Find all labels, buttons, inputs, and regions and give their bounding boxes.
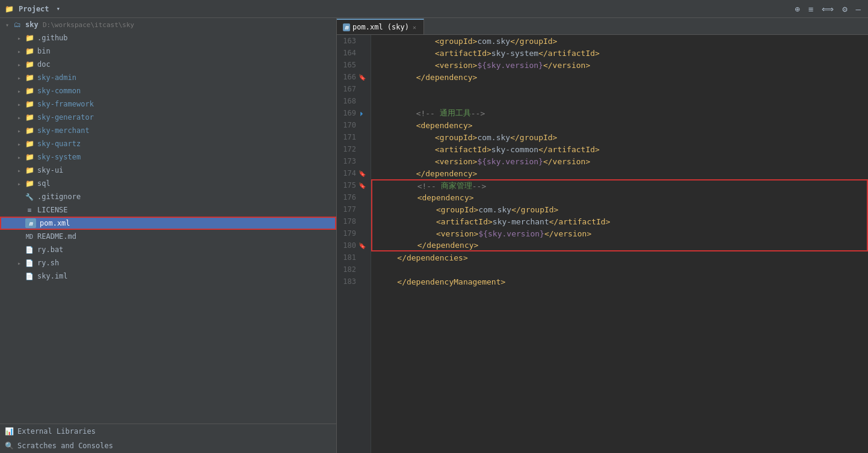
tree-item-skyiml[interactable]: 📄 sky.iml: [0, 270, 336, 283]
editor-content[interactable]: 163 164 165 166🔖 167 168 169⏵ 170 171 17…: [337, 35, 868, 453]
folder-icon-sky-common: 📁: [24, 86, 35, 96]
tree-label-sky-generator: sky-generator: [37, 113, 94, 122]
tab-icon-pomxml: m: [343, 23, 350, 31]
folder-icon-sky-system: 📁: [24, 152, 35, 162]
tree-label-sky: sky D:\workspace\itcast\sky: [25, 20, 134, 29]
scratches-icon: 🔍: [5, 442, 14, 450]
code-line-171: <groupId>com.sky</groupId>: [371, 131, 868, 143]
line-number-178: 178: [342, 215, 366, 227]
project-icon: 📁: [5, 5, 14, 13]
sidebar-tree: ▾ 🗂 sky D:\workspace\itcast\sky ▸ 📁 .git…: [0, 18, 336, 424]
code-lines[interactable]: <groupId>com.sky</groupId> <artifactId>s…: [371, 35, 868, 453]
sidebar-bottom: 📊 External Libraries 🔍 Scratches and Con…: [0, 424, 336, 453]
code-line-170: <dependency>: [371, 119, 868, 131]
tree-item-sky-quartz[interactable]: ▸ 📁 sky-quartz: [0, 137, 336, 150]
tree-item-sky-admin[interactable]: ▸ 📁 sky-admin: [0, 71, 336, 84]
file-icon-skyiml: 📄: [24, 271, 35, 281]
folder-icon-sky-quartz: 📁: [24, 139, 35, 149]
line-number-179: 179: [342, 227, 366, 239]
tree-item-rysh[interactable]: ▸ 📄 ry.sh: [0, 256, 336, 270]
tree-item-bin[interactable]: ▸ 📁 bin: [0, 45, 336, 58]
tree-label-readme: README.md: [37, 232, 76, 241]
tree-item-sky-common[interactable]: ▸ 📁 sky-common: [0, 84, 336, 97]
file-icon-license: ≡: [24, 205, 35, 215]
code-line-183: </dependencyManagement>: [371, 276, 868, 288]
tree-item-sky-framework[interactable]: ▸ 📁 sky-framework: [0, 97, 336, 111]
tree-item-github[interactable]: ▸ 📁 .github: [0, 31, 336, 45]
tree-item-sky-ui[interactable]: ▸ 📁 sky-ui: [0, 164, 336, 177]
minimize-icon[interactable]: —: [854, 3, 863, 15]
file-icon-gitignore: 🔧: [24, 192, 35, 202]
add-icon[interactable]: ⊕: [792, 3, 802, 15]
code-line-178: <artifactId>sky-merchant</artifactId>: [371, 215, 868, 227]
file-icon-rysh: 📄: [24, 258, 35, 268]
tree-arrow-sky-merchant: ▸: [14, 128, 24, 134]
sidebar-item-scratches[interactable]: 🔍 Scratches and Consoles: [0, 439, 336, 453]
tree-item-readme[interactable]: MD README.md: [0, 230, 336, 243]
settings-icon[interactable]: ⚙: [840, 3, 849, 15]
tree-label-rysh: ry.sh: [37, 259, 59, 267]
file-icon-readme: MD: [24, 232, 35, 241]
folder-icon-sql: 📁: [24, 179, 35, 188]
line-number-173: 173: [342, 155, 366, 167]
tree-item-sky-generator[interactable]: ▸ 📁 sky-generator: [0, 111, 336, 124]
folder-icon-sky-framework: 📁: [24, 99, 35, 109]
code-line-174: </dependency>: [371, 167, 868, 179]
line-number-174: 174🔖: [342, 167, 366, 179]
tab-close-pomxml[interactable]: ✕: [411, 23, 417, 31]
tab-label-pomxml: pom.xml (sky): [352, 23, 409, 31]
tree-label-bin: bin: [37, 47, 51, 55]
tree-arrow-sky-quartz: ▸: [14, 141, 24, 147]
tree-item-doc[interactable]: ▸ 📁 doc: [0, 58, 336, 71]
line-number-183: 183: [342, 276, 366, 288]
tree-arrow-doc: ▸: [14, 61, 24, 68]
code-line-175: <!-- 商家管理-->: [371, 179, 868, 191]
code-line-179: <version>${sky.version}</version>: [371, 227, 868, 239]
tree-arrow-sky-admin: ▸: [14, 75, 24, 81]
tree-arrow-sky-generator: ▸: [14, 114, 24, 121]
tree-item-sky-system[interactable]: ▸ 📁 sky-system: [0, 150, 336, 164]
tree-label-pomxml: pom.xml: [40, 219, 70, 227]
tree-item-license[interactable]: ≡ LICENSE: [0, 203, 336, 217]
collapse-icon[interactable]: ≡: [806, 3, 816, 15]
tree-arrow-sky-ui: ▸: [14, 167, 24, 174]
folder-icon-bin: 📁: [24, 46, 35, 56]
tree-item-sky-root[interactable]: ▾ 🗂 sky D:\workspace\itcast\sky: [0, 18, 336, 31]
expand-icon[interactable]: ⟺: [819, 3, 836, 15]
tree-arrow-sky: ▾: [2, 22, 12, 28]
code-line-182: [371, 263, 868, 276]
line-number-176: 176: [342, 191, 366, 203]
line-number-165: 165: [342, 59, 366, 71]
code-line-169: <!-- 通用工具-->: [371, 107, 868, 119]
tree-item-gitignore[interactable]: 🔧 .gitignore: [0, 190, 336, 203]
folder-icon-sky-generator: 📁: [24, 112, 35, 122]
top-bar-icons: ⊕ ≡ ⟺ ⚙ —: [792, 3, 863, 15]
tree-arrow-sky-common: ▸: [14, 88, 24, 94]
line-number-164: 164: [342, 47, 366, 59]
tab-pomxml[interactable]: m pom.xml (sky) ✕: [337, 19, 424, 34]
folder-icon-sky-merchant: 📁: [24, 126, 35, 135]
line-number-170: 170: [342, 119, 366, 131]
code-line-172: <artifactId>sky-common</artifactId>: [371, 143, 868, 155]
code-line-177: <groupId>com.sky</groupId>: [371, 203, 868, 215]
code-line-176: <dependency>: [371, 191, 868, 203]
code-line-180: </dependency>: [371, 239, 868, 251]
libs-icon: 📊: [5, 427, 14, 436]
tree-arrow-sky-framework: ▸: [14, 101, 24, 108]
tree-label-doc: doc: [37, 60, 51, 69]
tree-label-sky-framework: sky-framework: [37, 100, 94, 108]
line-number-172: 172: [342, 143, 366, 155]
tree-item-sql[interactable]: ▸ 📁 sql: [0, 177, 336, 190]
sidebar: ▾ 🗂 sky D:\workspace\itcast\sky ▸ 📁 .git…: [0, 18, 337, 453]
top-bar: 📁 Project ▾ ⊕ ≡ ⟺ ⚙ —: [0, 0, 868, 18]
tree-item-sky-merchant[interactable]: ▸ 📁 sky-merchant: [0, 124, 336, 137]
sidebar-item-external-libs[interactable]: 📊 External Libraries: [0, 424, 336, 439]
tree-item-rybat[interactable]: 📄 ry.bat: [0, 243, 336, 256]
tree-label-sky-quartz: sky-quartz: [37, 140, 81, 148]
tree-item-pomxml[interactable]: m pom.xml: [0, 217, 336, 230]
line-number-163: 163: [342, 35, 366, 47]
tree-label-sky-admin: sky-admin: [37, 73, 76, 82]
folder-icon-sky-ui: 📁: [24, 165, 35, 175]
folder-icon-github: 📁: [24, 33, 35, 43]
tree-label-sky-merchant: sky-merchant: [37, 126, 90, 135]
